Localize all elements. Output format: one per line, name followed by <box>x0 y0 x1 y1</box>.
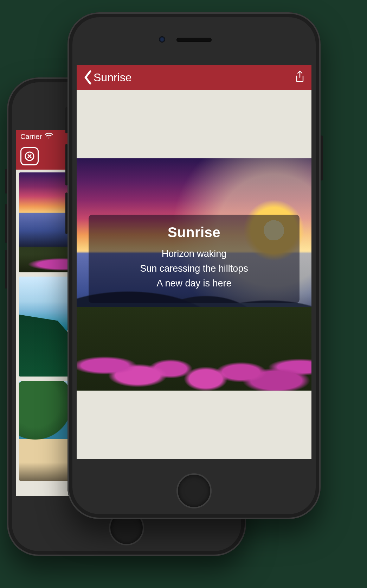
volume-down <box>65 192 67 234</box>
volume-down <box>5 250 7 289</box>
detail-body: Sunrise Horizon waking Sun caressing the… <box>77 90 311 459</box>
share-icon <box>295 70 305 83</box>
volume-up <box>65 144 67 185</box>
bezel-bottom <box>67 459 321 519</box>
carrier-label: Carrier <box>20 133 42 141</box>
chevron-left-icon <box>83 70 93 84</box>
hero-image: Sunrise Horizon waking Sun caressing the… <box>77 158 311 391</box>
wifi-icon <box>45 133 53 141</box>
poem-line-2: Sun caressing the hilltops <box>96 261 292 276</box>
poem-card: Sunrise Horizon waking Sun caressing the… <box>89 215 300 303</box>
mute-switch <box>5 169 7 194</box>
mute-switch <box>65 107 67 133</box>
poem-title: Sunrise <box>96 225 292 240</box>
front-camera <box>159 36 165 43</box>
close-button[interactable] <box>20 147 39 165</box>
detail-screen: Sunrise Sunrise Horizon waking Sun cares… <box>77 65 311 459</box>
home-button[interactable] <box>176 473 212 508</box>
bezel-top <box>67 12 321 65</box>
phone-front: Sunrise Sunrise Horizon waking Sun cares… <box>67 12 321 519</box>
poem-line-1: Horizon waking <box>96 247 292 261</box>
power-button <box>321 135 323 181</box>
speaker <box>176 38 212 42</box>
nav-title: Sunrise <box>94 71 132 84</box>
close-icon <box>24 151 35 162</box>
volume-up <box>5 204 7 243</box>
back-button[interactable]: Sunrise <box>83 70 132 84</box>
share-button[interactable] <box>295 70 305 84</box>
poem-line-3: A new day is here <box>96 276 292 291</box>
nav-bar: Sunrise <box>77 65 311 90</box>
